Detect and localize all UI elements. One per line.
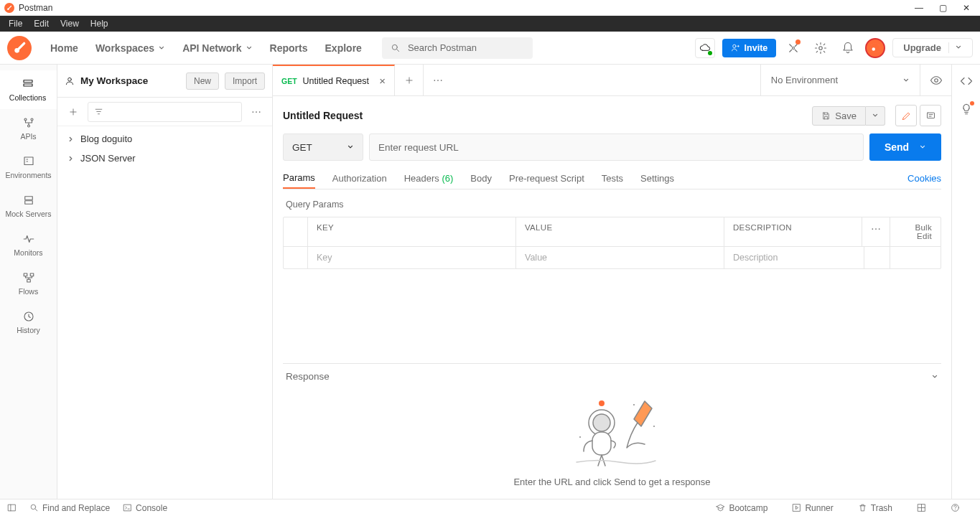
nav-explore[interactable]: Explore xyxy=(317,42,370,54)
description-input[interactable]: Description xyxy=(724,247,864,268)
tab-more-button[interactable] xyxy=(424,65,452,95)
svg-point-5 xyxy=(819,46,823,50)
tab-active[interactable]: GET Untitled Request × xyxy=(273,65,395,95)
key-input[interactable]: Key xyxy=(308,247,516,268)
svg-point-23 xyxy=(256,111,257,113)
sync-button[interactable] xyxy=(695,38,715,58)
chevron-down-icon[interactable] xyxy=(948,42,962,53)
nav-home[interactable]: Home xyxy=(42,42,87,54)
trash-icon xyxy=(858,503,867,512)
collection-item[interactable]: JSON Server xyxy=(57,149,272,168)
search-input[interactable]: Search Postman xyxy=(382,37,533,59)
tab-title: Untitled Request xyxy=(303,76,369,86)
chevron-down-icon[interactable] xyxy=(931,373,938,380)
sidebar-toggle-button[interactable] xyxy=(7,503,17,512)
rail-apis[interactable]: APIs xyxy=(0,109,57,148)
find-replace-button[interactable]: Find and Replace xyxy=(29,503,110,513)
menu-edit[interactable]: Edit xyxy=(28,16,55,32)
nav-workspaces[interactable]: Workspaces xyxy=(87,42,174,54)
svg-point-3 xyxy=(732,44,735,47)
tab-params[interactable]: Params xyxy=(283,168,315,189)
tab-prerequest[interactable]: Pre-request Script xyxy=(509,169,584,188)
close-icon[interactable]: ✕ xyxy=(963,3,970,13)
left-rail: Collections APIs Environments Mock Serve… xyxy=(0,65,57,499)
new-button[interactable]: New xyxy=(186,72,219,90)
avatar[interactable] xyxy=(865,38,885,58)
code-icon xyxy=(960,75,973,88)
sidebar-more-button[interactable] xyxy=(246,102,266,122)
tab-headers[interactable]: Headers (6) xyxy=(404,169,454,188)
tab-tests[interactable]: Tests xyxy=(602,169,623,188)
bulk-edit-button[interactable]: Bulk Edit xyxy=(890,217,941,246)
col-description: DESCRIPTION xyxy=(724,217,862,246)
capture-requests-button[interactable] xyxy=(783,38,803,58)
edit-button[interactable] xyxy=(895,105,917,126)
invite-button[interactable]: Invite xyxy=(722,39,777,57)
comments-button[interactable] xyxy=(920,105,941,126)
query-params-label: Query Params xyxy=(283,197,941,210)
svg-rect-9 xyxy=(24,80,32,83)
svg-point-4 xyxy=(793,47,795,49)
menu-help[interactable]: Help xyxy=(85,16,114,32)
notifications-button[interactable] xyxy=(838,38,858,58)
console-button[interactable]: Console xyxy=(123,503,167,513)
save-dropdown-button[interactable] xyxy=(866,106,885,126)
filter-input[interactable] xyxy=(88,102,242,122)
monitor-icon xyxy=(22,233,35,245)
nav-api-network[interactable]: API Network xyxy=(174,42,261,54)
cookies-link[interactable]: Cookies xyxy=(907,173,941,184)
help-icon xyxy=(951,503,960,512)
help-button[interactable] xyxy=(951,503,960,513)
rail-flows[interactable]: Flows xyxy=(0,264,57,303)
menu-file[interactable]: File xyxy=(3,16,28,32)
col-value: VALUE xyxy=(516,217,724,246)
workspace-name[interactable]: My Workspace xyxy=(65,75,180,86)
url-input[interactable]: Enter request URL xyxy=(369,133,864,161)
save-button[interactable]: Save xyxy=(812,106,866,126)
tab-body[interactable]: Body xyxy=(470,169,492,188)
settings-button[interactable] xyxy=(811,38,831,58)
menu-view[interactable]: View xyxy=(55,16,85,32)
import-button[interactable]: Import xyxy=(225,72,265,90)
gear-icon xyxy=(814,42,827,55)
request-tabs: Params Authorization Headers (6) Body Pr… xyxy=(283,168,941,189)
tab-authorization[interactable]: Authorization xyxy=(332,169,387,188)
tab-close-icon[interactable]: × xyxy=(379,75,386,87)
value-input[interactable]: Value xyxy=(516,247,724,268)
nav-reports[interactable]: Reports xyxy=(261,42,317,54)
tab-settings[interactable]: Settings xyxy=(640,169,674,188)
environment-selector[interactable]: No Environment xyxy=(760,65,920,95)
send-button[interactable]: Send xyxy=(869,133,941,161)
rail-monitors[interactable]: Monitors xyxy=(0,225,57,264)
tab-method: GET xyxy=(281,77,297,85)
rail-collections[interactable]: Collections xyxy=(0,70,57,109)
environment-preview-button[interactable] xyxy=(920,65,951,95)
bell-icon xyxy=(841,42,854,55)
minimize-icon[interactable]: ― xyxy=(915,3,923,13)
create-collection-button[interactable] xyxy=(63,102,83,122)
bootcamp-button[interactable]: Bootcamp xyxy=(716,503,767,513)
rail-mock-servers[interactable]: Mock Servers xyxy=(0,187,57,225)
rail-environments[interactable]: Environments xyxy=(0,148,57,187)
postman-logo-icon[interactable] xyxy=(7,36,32,60)
play-icon xyxy=(792,503,801,512)
upgrade-button[interactable]: Upgrade xyxy=(892,38,973,57)
rail-history[interactable]: History xyxy=(0,303,57,342)
new-tab-button[interactable] xyxy=(395,65,424,95)
chevron-right-icon xyxy=(67,155,75,162)
history-icon xyxy=(22,310,35,323)
code-button[interactable] xyxy=(960,75,973,90)
right-rail xyxy=(951,65,980,499)
postman-logo-icon xyxy=(4,3,14,13)
col-more-button[interactable] xyxy=(862,217,890,246)
runner-button[interactable]: Runner xyxy=(792,503,833,513)
maximize-icon[interactable]: ▢ xyxy=(939,3,947,13)
server-icon xyxy=(22,194,35,207)
menubar: File Edit View Help xyxy=(0,16,980,32)
collections-icon xyxy=(22,78,34,90)
method-select[interactable]: GET xyxy=(283,133,363,161)
layout-button[interactable] xyxy=(917,503,926,513)
trash-button[interactable]: Trash xyxy=(858,503,892,513)
info-button[interactable] xyxy=(960,103,973,118)
collection-item[interactable]: Blog doguito xyxy=(57,129,272,149)
